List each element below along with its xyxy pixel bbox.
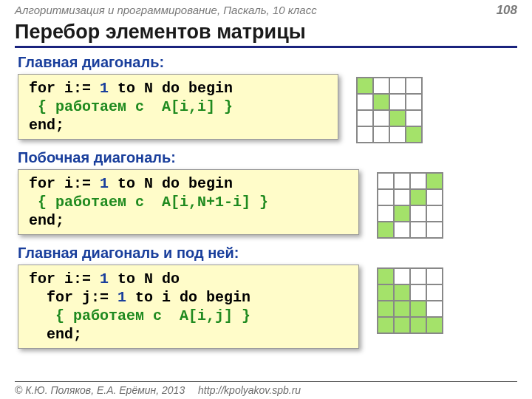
grid-cell [394, 284, 410, 301]
grid-cell [357, 126, 373, 143]
grid-cell [410, 205, 426, 222]
slide-header: Алгоритмизация и программирование, Паска… [0, 0, 532, 19]
grid-cell [394, 189, 410, 205]
grid-cell [373, 110, 389, 126]
grid-cell [394, 317, 410, 333]
grid-cell [410, 222, 426, 238]
grid-cell [426, 205, 443, 222]
section-row: for i:= 1 to N do for j:= 1 to i do begi… [18, 265, 517, 349]
grid-cell [426, 189, 443, 205]
grid-cell [394, 173, 410, 189]
grid-cell [394, 222, 410, 238]
code-block: for i:= 1 to N do begin { работаем с A[i… [18, 169, 359, 235]
grid-cell [373, 126, 389, 143]
grid-cell [410, 284, 426, 301]
course-title: Алгоритмизация и программирование, Паска… [15, 4, 317, 16]
grid-cell [410, 268, 426, 284]
section-lower-triangle: Главная диагональ и под ней: for i:= 1 t… [18, 245, 517, 349]
grid-cell [378, 222, 394, 238]
grid-cell [406, 78, 422, 94]
copyright-text: © К.Ю. Поляков, Е.А. Ерёмин, 2013 [15, 384, 185, 396]
page-number: 108 [497, 3, 517, 18]
page-title: Перебор элементов матрицы [15, 21, 517, 48]
grid-cell [426, 301, 443, 317]
grid-cell [378, 189, 394, 205]
section-main-diagonal: Главная диагональ: for i:= 1 to N do beg… [18, 54, 517, 143]
grid-cell [389, 110, 406, 126]
grid-cell [389, 126, 406, 143]
matrix-grid [377, 172, 443, 239]
code-block: for i:= 1 to N do begin { работаем с A[i… [18, 74, 338, 140]
grid-cell [378, 301, 394, 317]
grid-cell [378, 205, 394, 222]
section-row: for i:= 1 to N do begin { работаем с A[i… [18, 74, 517, 143]
grid-cell [410, 173, 426, 189]
section-anti-diagonal: Побочная диагональ: for i:= 1 to N do be… [18, 149, 517, 239]
grid-cell [389, 94, 406, 110]
grid-cell [426, 268, 443, 284]
grid-cell [426, 173, 443, 189]
section-label: Побочная диагональ: [18, 149, 517, 166]
section-row: for i:= 1 to N do begin { работаем с A[i… [18, 169, 517, 239]
grid-cell [357, 78, 373, 94]
grid-cell [406, 126, 422, 143]
grid-cell [426, 284, 443, 301]
grid-cell [426, 222, 443, 238]
grid-cell [357, 110, 373, 126]
grid-cell [406, 110, 422, 126]
section-label: Главная диагональ и под ней: [18, 245, 517, 262]
slide-footer: © К.Ю. Поляков, Е.А. Ерёмин, 2013 http:/… [15, 381, 517, 396]
grid-cell [410, 317, 426, 333]
grid-cell [394, 205, 410, 222]
matrix-grid [356, 77, 423, 143]
grid-cell [357, 94, 373, 110]
code-block: for i:= 1 to N do for j:= 1 to i do begi… [18, 265, 359, 349]
grid-cell [378, 268, 394, 284]
grid-cell [378, 173, 394, 189]
grid-cell [426, 317, 443, 333]
matrix-grid [377, 267, 443, 334]
grid-cell [373, 94, 389, 110]
section-label: Главная диагональ: [18, 54, 517, 71]
grid-cell [378, 284, 394, 301]
grid-cell [410, 301, 426, 317]
grid-cell [378, 317, 394, 333]
grid-cell [394, 301, 410, 317]
grid-cell [389, 78, 406, 94]
grid-cell [394, 268, 410, 284]
grid-cell [406, 94, 422, 110]
footer-link: http://kpolyakov.spb.ru [198, 384, 301, 396]
grid-cell [373, 78, 389, 94]
grid-cell [410, 189, 426, 205]
